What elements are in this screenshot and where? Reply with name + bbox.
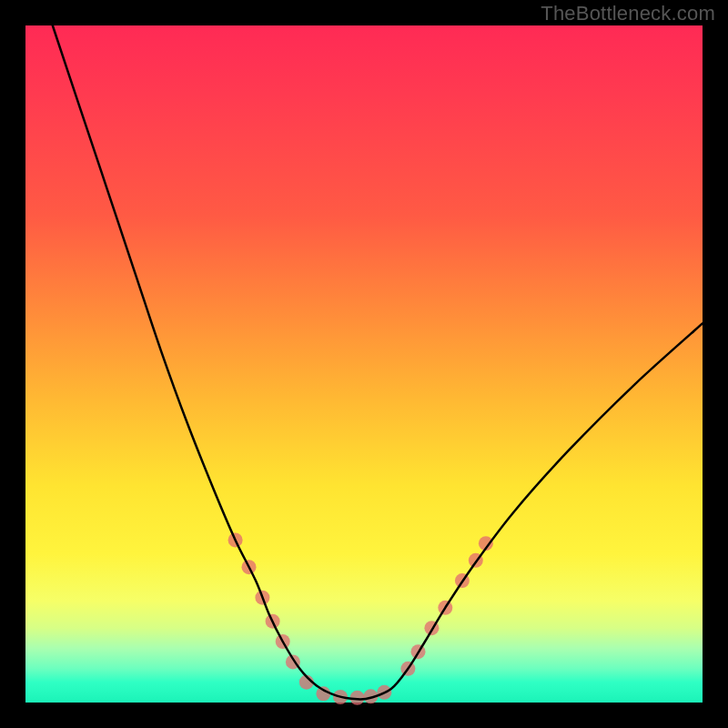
chart-frame: TheBottleneck.com <box>0 0 728 728</box>
bottleneck-curve <box>53 25 703 700</box>
curve-svg <box>25 25 703 703</box>
marker-group <box>228 532 493 704</box>
watermark-label: TheBottleneck.com <box>541 2 715 25</box>
plot-area <box>25 25 703 703</box>
